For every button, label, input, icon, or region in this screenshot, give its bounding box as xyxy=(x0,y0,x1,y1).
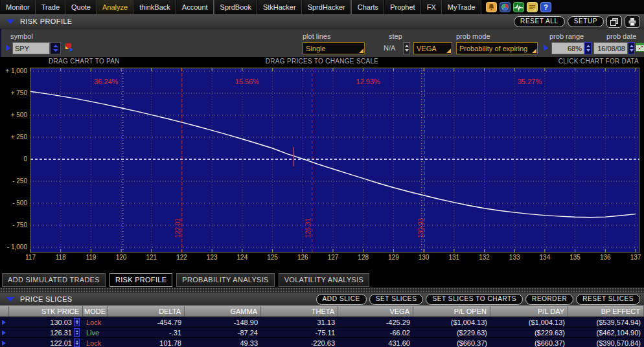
symbol-dropdown-button[interactable] xyxy=(50,42,61,54)
menu-tab-quote[interactable]: Quote xyxy=(65,0,97,14)
menu-tab-monitor[interactable]: Monitor xyxy=(0,0,36,14)
price-slice-row[interactable]: 122.01 Lock 101.78 49.33 -220.63 431.60 … xyxy=(0,337,644,347)
y-axis-label: - 750 xyxy=(0,221,27,229)
reset-slices-button[interactable]: RESET SLICES xyxy=(576,294,640,305)
prob-expand-arrow-icon[interactable] xyxy=(544,45,548,51)
prob-mode-dropdown[interactable]: Probability of expiring xyxy=(456,42,538,54)
copy-icon[interactable] xyxy=(606,16,622,28)
tab-risk-profile[interactable]: RISK PROFILE xyxy=(109,273,172,287)
probability-label: 15.56% xyxy=(235,78,259,85)
panel-splitter-handle[interactable] xyxy=(0,287,644,293)
gamma-cell: 49.33 xyxy=(185,338,261,347)
price-slices-actions: ADD SLICE SET SLICES SET SLICES TO CHART… xyxy=(316,294,640,305)
collapse-triangle-icon[interactable] xyxy=(6,19,14,24)
stk-price-cell[interactable]: 130.03 xyxy=(9,317,83,327)
x-axis-label: 131 xyxy=(443,254,465,261)
tab-probability-analysis[interactable]: PROBABILITY ANALYSIS xyxy=(176,273,274,287)
menu-tab-analyze[interactable]: Analyze xyxy=(97,0,133,14)
setup-button[interactable]: SETUP xyxy=(568,16,604,27)
pl-open-cell: ($660.37) xyxy=(413,338,490,347)
set-slices-button[interactable]: SET SLICES xyxy=(369,294,424,305)
menu-tab-sprdhacker[interactable]: SprdHacker xyxy=(302,0,352,14)
row-select-cell[interactable] xyxy=(0,338,9,347)
slice-price-label: 130.03 xyxy=(417,210,424,238)
tab-add-simulated-trades[interactable]: ADD SIMULATED TRADES xyxy=(2,273,106,287)
header-mode[interactable]: MODE xyxy=(83,306,108,317)
stk-price-cell[interactable]: 122.01 xyxy=(9,338,83,347)
price-spinner[interactable] xyxy=(74,318,80,326)
delta-cell: -.31 xyxy=(108,328,185,337)
row-select-cell[interactable] xyxy=(0,317,9,327)
price-slices-title: PRICE SLICES xyxy=(20,295,73,303)
x-axis-label: 125 xyxy=(262,254,284,261)
print-icon[interactable] xyxy=(625,16,640,28)
prob-range-input[interactable]: 68% xyxy=(551,42,584,54)
prob-date-spinner[interactable] xyxy=(628,42,635,54)
price-spinner[interactable] xyxy=(74,328,80,337)
price-slice-row[interactable]: 130.03 Lock -454.79 -148.90 31.13 -425.2… xyxy=(0,317,644,327)
menu-tab-sprdbook[interactable]: SprdBook xyxy=(214,0,257,14)
alerts-bell-icon[interactable] xyxy=(486,2,497,12)
x-axis-label: 126 xyxy=(292,254,314,261)
menu-tab-mytrade[interactable]: MyTrade xyxy=(442,0,481,14)
menu-tab-account[interactable]: Account xyxy=(176,0,214,14)
menu-tab-thinkback[interactable]: thinkBack xyxy=(133,0,176,14)
step-spinner[interactable] xyxy=(403,42,410,54)
reset-all-button[interactable]: RESET ALL xyxy=(514,16,565,27)
price-slice-row[interactable]: 126.31 Live -.31 -87.24 -75.11 -66.02 ($… xyxy=(0,327,644,337)
menu-tab-fx[interactable]: FX xyxy=(421,0,442,14)
gamma-cell: -87.24 xyxy=(185,328,261,337)
stk-price-cell[interactable]: 126.31 xyxy=(9,328,83,337)
menu-tab-charts[interactable]: Charts xyxy=(352,0,384,14)
mode-cell[interactable]: Live xyxy=(83,328,108,337)
analyze-controls-panel: symbol SPY plot lines Single step N/A VE… xyxy=(0,28,644,58)
vega-cell: -66.02 xyxy=(338,328,413,337)
header-stk-price[interactable]: STK PRICE xyxy=(9,306,83,317)
step-metric-value: VEGA xyxy=(417,45,437,52)
menu-tab-stkhacker[interactable]: StkHacker xyxy=(257,0,302,14)
y-axis-label: + 1,000 xyxy=(0,67,27,74)
plot-lines-dropdown[interactable]: Single xyxy=(303,42,365,54)
add-slice-button[interactable]: ADD SLICE xyxy=(316,294,367,305)
header-pl-open[interactable]: P/L OPEN xyxy=(413,306,490,317)
tab-volatility-analysis[interactable]: VOLATILITY ANALYSIS xyxy=(279,273,369,287)
header-gamma[interactable]: GAMMA xyxy=(185,306,261,317)
symbol-link-icon[interactable] xyxy=(64,43,73,53)
thinklog-icon[interactable] xyxy=(500,2,511,12)
probability-label: 12.93% xyxy=(356,78,380,85)
plot-lines-value: Single xyxy=(306,45,326,52)
symbol-expand-arrow-icon[interactable] xyxy=(6,45,10,51)
row-arrow-icon xyxy=(2,320,6,325)
live-pulse-icon[interactable] xyxy=(513,2,524,12)
header-pl-day[interactable]: P/L DAY xyxy=(490,306,568,317)
x-axis-label: 135 xyxy=(564,254,586,261)
symbol-label: symbol xyxy=(10,32,33,40)
price-spinner[interactable] xyxy=(74,339,80,347)
mode-cell[interactable]: Lock xyxy=(83,317,108,327)
y-axis-label: + 500 xyxy=(0,111,27,118)
header-delta[interactable]: DELTA xyxy=(108,306,185,317)
step-metric-dropdown[interactable]: VEGA xyxy=(413,42,452,54)
row-select-cell[interactable] xyxy=(0,328,9,337)
menu-tab-prophet[interactable]: Prophet xyxy=(384,0,421,14)
prob-range-spinner[interactable] xyxy=(584,42,592,54)
collapse-triangle-icon[interactable] xyxy=(6,297,14,302)
risk-profile-chart[interactable] xyxy=(0,57,644,271)
pl-open-cell: ($1,004.13) xyxy=(413,317,490,327)
mode-cell[interactable]: Lock xyxy=(83,338,108,347)
header-vega[interactable]: VEGA xyxy=(338,306,413,317)
prob-date-input[interactable]: 16/08/08 xyxy=(593,42,628,54)
help-icon[interactable]: ? xyxy=(540,2,551,12)
reorder-button[interactable]: REORDER xyxy=(525,294,573,305)
prob-mode-value: Probability of expiring xyxy=(459,45,527,52)
menu-tab-trade[interactable]: Trade xyxy=(36,0,65,14)
header-bp-effect[interactable]: BP EFFECT xyxy=(568,306,644,317)
header-theta[interactable]: THETA xyxy=(261,306,338,317)
calendar-icon[interactable] xyxy=(636,41,644,54)
dropdown-arrow-icon xyxy=(359,49,363,53)
notes-icon[interactable] xyxy=(527,2,538,12)
x-axis-label: 120 xyxy=(110,254,132,261)
symbol-input[interactable]: SPY xyxy=(12,42,50,54)
slice-price-label: 122.01 xyxy=(174,210,181,238)
set-slices-to-charts-button[interactable]: SET SLICES TO CHARTS xyxy=(426,294,523,305)
